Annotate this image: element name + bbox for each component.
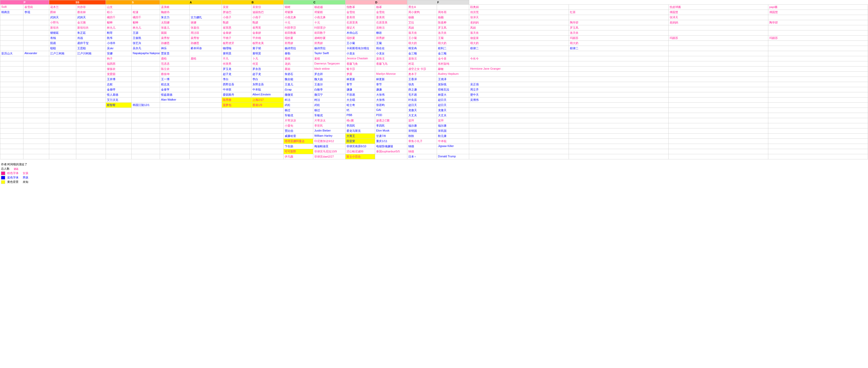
cell: 姜美琪 (375, 15, 407, 20)
cell: 李四民 (345, 123, 375, 129)
cell: 黄明昊 (251, 51, 284, 56)
cell (768, 103, 868, 108)
cell: 谦谦 (375, 87, 407, 92)
cell (0, 15, 24, 20)
cell (669, 61, 768, 66)
cell (768, 139, 868, 144)
cell (251, 149, 284, 154)
cell: 秋秋 (407, 134, 437, 139)
cell: 孙娜恩 (160, 41, 190, 46)
cell (24, 103, 49, 108)
cell: 虚空之女·卡莎 (407, 66, 437, 72)
cell: 罗玉凤 (569, 25, 669, 30)
cell (669, 154, 768, 159)
cell (251, 144, 284, 149)
cell: 老妈妈 (669, 20, 768, 25)
cell: 做提菜 (469, 36, 569, 41)
cell (469, 144, 569, 149)
cell (24, 134, 49, 139)
cell (0, 25, 24, 30)
cell: 张泽天 (469, 15, 569, 20)
cell (669, 66, 768, 72)
cell (669, 129, 768, 134)
cell: Audrey Hepburn (437, 72, 469, 77)
cell (160, 118, 190, 123)
cell (768, 46, 868, 51)
cell (669, 56, 768, 61)
cell (669, 108, 768, 113)
cell: 陶华碧 (569, 20, 669, 25)
cell: 小野马 (49, 20, 76, 25)
cell: 拍皮球酱 (669, 5, 768, 10)
cell (49, 87, 76, 92)
cell (24, 15, 49, 20)
cell: 琨纱夏 (345, 36, 375, 41)
cell (0, 134, 24, 139)
cell (0, 108, 24, 113)
cell (190, 113, 222, 118)
cell: 金三顺 (407, 51, 437, 56)
cell (190, 10, 222, 15)
cell (569, 61, 669, 66)
cell: 红茶 (569, 10, 669, 15)
cell: 木仰山石 (345, 30, 375, 36)
cell (160, 129, 190, 134)
cell (49, 118, 76, 123)
cell: 大张伟 (375, 92, 407, 97)
cell (0, 149, 24, 154)
cell (0, 30, 24, 36)
cell (222, 123, 251, 129)
cell (190, 134, 222, 139)
cell: 橘四千 (132, 15, 160, 20)
cell (24, 139, 49, 144)
cell: 王源 (132, 30, 160, 36)
cell (106, 129, 132, 134)
cell (768, 134, 868, 139)
cell (132, 72, 160, 77)
cell: 新垣结衣 (76, 25, 106, 30)
header-b: B (222, 0, 284, 5)
cell (768, 108, 868, 113)
cell: 吴宣仪 (251, 5, 284, 10)
cell: 程小 (106, 10, 132, 15)
table-row: 小粟旬 李世民 李四民 李四民 福尔康 福尔康 (0, 123, 868, 129)
cell (24, 61, 49, 66)
cell (768, 144, 868, 149)
cell: 纠部李莎 (284, 25, 313, 30)
cell (222, 108, 251, 113)
cell: 郑秀妍 (313, 41, 345, 46)
cell (437, 149, 469, 154)
cell: 刚哥 (106, 30, 132, 36)
cell: 邓紫棋 (313, 10, 345, 15)
cell (24, 56, 49, 61)
cell (768, 123, 868, 129)
cell: 中本联 (222, 87, 251, 92)
cell (160, 149, 190, 154)
cell (49, 103, 76, 108)
cell (0, 20, 24, 25)
yellow-label: 黄色背景 (7, 180, 19, 184)
cell: 黄子韬 (251, 46, 284, 51)
cell (24, 20, 49, 25)
cell (0, 97, 24, 103)
cell (76, 103, 106, 108)
cell: 香港1/9 (251, 103, 284, 108)
footer-total-row: 总人数 151 (1, 167, 867, 171)
cell (24, 46, 49, 51)
cell: 韩安冉 (407, 46, 437, 51)
cell: 杨幂 (375, 5, 407, 10)
table-row: 片寄凉凉 片寄凉太 维c菌 渗透之C菌 篮拜 篮拜 (0, 118, 868, 123)
cell: 西野圭吾 (222, 82, 251, 87)
cell: 龙妈 (284, 61, 313, 66)
cell: 程潇 (132, 10, 160, 15)
cell: 聪聪 (49, 46, 76, 51)
cell (76, 123, 106, 129)
cell: 宠爱困 (106, 72, 132, 77)
cell: 梅迪帕迪亚 (313, 144, 345, 149)
cell: 萌大奶 (469, 41, 569, 46)
cell (251, 154, 284, 159)
cell (76, 129, 106, 134)
cell (24, 113, 49, 118)
cell: 龙傲天 (437, 108, 469, 113)
cell: 大张伟 (375, 97, 407, 103)
